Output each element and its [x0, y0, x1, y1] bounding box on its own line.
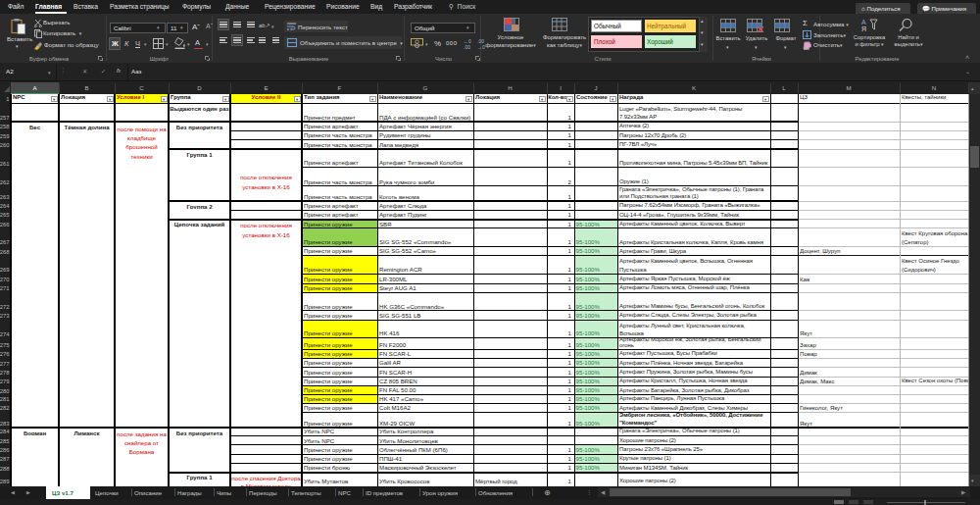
svg-text:А: А	[861, 19, 866, 25]
svg-text:Я: Я	[861, 25, 866, 32]
